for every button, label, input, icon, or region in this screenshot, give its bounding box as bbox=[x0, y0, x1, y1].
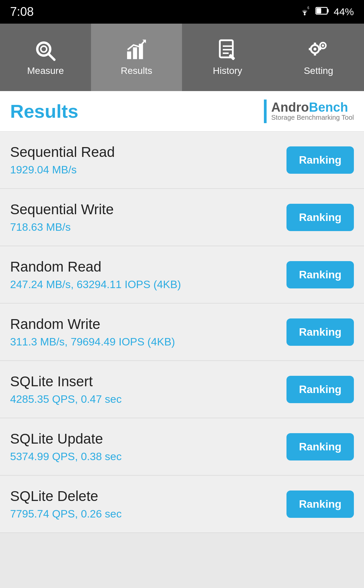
status-bar: 7:08 6 44% bbox=[0, 0, 364, 24]
svg-point-18 bbox=[313, 48, 316, 51]
result-value: 7795.74 QPS, 0.26 sec bbox=[10, 508, 122, 520]
measure-icon bbox=[34, 38, 57, 62]
result-value: 4285.35 QPS, 0.47 sec bbox=[10, 393, 122, 405]
battery-percentage: 44% bbox=[334, 6, 354, 18]
svg-rect-3 bbox=[327, 9, 329, 12]
setting-icon bbox=[307, 38, 330, 62]
result-item: Sequential Write 718.63 MB/s Ranking bbox=[0, 189, 364, 246]
tab-measure[interactable]: Measure bbox=[0, 24, 91, 91]
brand-sub: Storage Benchmarking Tool bbox=[271, 114, 354, 121]
tab-history[interactable]: History bbox=[182, 24, 273, 91]
result-info: SQLite Update 5374.99 QPS, 0.38 sec bbox=[10, 431, 122, 463]
ranking-button[interactable]: Ranking bbox=[286, 318, 354, 346]
result-item: SQLite Update 5374.99 QPS, 0.38 sec Rank… bbox=[0, 418, 364, 476]
brand-andro: Andro bbox=[271, 100, 309, 114]
result-name: Sequential Read bbox=[10, 144, 115, 160]
svg-rect-21 bbox=[314, 43, 316, 44]
tab-results[interactable]: Results bbox=[91, 24, 182, 91]
result-info: Random Write 311.3 MB/s, 79694.49 IOPS (… bbox=[10, 316, 175, 348]
result-name: Random Read bbox=[10, 259, 181, 275]
result-value: 5374.99 QPS, 0.38 sec bbox=[10, 450, 122, 463]
svg-rect-9 bbox=[133, 47, 137, 59]
result-value: 311.3 MB/s, 79694.49 IOPS (4KB) bbox=[10, 336, 175, 348]
svg-rect-24 bbox=[320, 48, 321, 50]
wifi-icon: 6 bbox=[299, 6, 311, 18]
results-icon bbox=[125, 38, 148, 62]
tab-setting-label: Setting bbox=[304, 65, 333, 76]
result-name: SQLite Delete bbox=[10, 488, 122, 504]
ranking-button[interactable]: Ranking bbox=[286, 491, 354, 518]
result-item: SQLite Insert 4285.35 QPS, 0.47 sec Rank… bbox=[0, 361, 364, 418]
ranking-button[interactable]: Ranking bbox=[286, 376, 354, 403]
svg-rect-22 bbox=[314, 54, 316, 56]
status-time: 7:08 bbox=[10, 5, 34, 19]
svg-rect-8 bbox=[127, 52, 131, 59]
battery-icon bbox=[315, 6, 329, 18]
tab-history-label: History bbox=[213, 65, 242, 76]
svg-point-20 bbox=[322, 45, 324, 47]
result-value: 718.63 MB/s bbox=[10, 221, 114, 233]
result-info: SQLite Insert 4285.35 QPS, 0.47 sec bbox=[10, 373, 122, 405]
brand-logo: AndroBench Storage Benchmarking Tool bbox=[264, 100, 354, 123]
brand-bench: Bench bbox=[309, 100, 348, 114]
result-info: Sequential Write 718.63 MB/s bbox=[10, 201, 114, 233]
result-name: SQLite Insert bbox=[10, 373, 122, 390]
svg-line-7 bbox=[49, 54, 55, 60]
result-value: 247.24 MB/s, 63294.11 IOPS (4KB) bbox=[10, 278, 181, 291]
results-list: Sequential Read 1929.04 MB/s Ranking Seq… bbox=[0, 132, 364, 533]
result-item: SQLite Delete 7795.74 QPS, 0.26 sec Rank… bbox=[0, 476, 364, 533]
tab-results-label: Results bbox=[121, 65, 152, 76]
ranking-button[interactable]: Ranking bbox=[286, 204, 354, 231]
result-item: Sequential Read 1929.04 MB/s Ranking bbox=[0, 132, 364, 189]
brand-name: AndroBench bbox=[271, 101, 354, 114]
svg-point-0 bbox=[304, 13, 305, 15]
result-item: Random Read 247.24 MB/s, 63294.11 IOPS (… bbox=[0, 246, 364, 304]
ranking-button[interactable]: Ranking bbox=[286, 146, 354, 174]
result-name: Sequential Write bbox=[10, 201, 114, 218]
result-name: Random Write bbox=[10, 316, 175, 332]
svg-rect-23 bbox=[309, 48, 310, 50]
history-icon bbox=[216, 38, 239, 62]
svg-point-6 bbox=[41, 46, 47, 52]
tab-setting[interactable]: Setting bbox=[273, 24, 364, 91]
page-title: Results bbox=[10, 100, 78, 122]
page-header: Results AndroBench Storage Benchmarking … bbox=[0, 91, 364, 132]
ranking-button[interactable]: Ranking bbox=[286, 433, 354, 460]
tab-measure-label: Measure bbox=[27, 65, 64, 76]
brand-bar bbox=[264, 100, 267, 123]
result-item: Random Write 311.3 MB/s, 79694.49 IOPS (… bbox=[0, 304, 364, 361]
result-name: SQLite Update bbox=[10, 431, 122, 447]
result-info: Sequential Read 1929.04 MB/s bbox=[10, 144, 115, 176]
result-value: 1929.04 MB/s bbox=[10, 164, 115, 176]
result-info: SQLite Delete 7795.74 QPS, 0.26 sec bbox=[10, 488, 122, 520]
status-icons: 6 44% bbox=[299, 6, 354, 18]
ranking-button[interactable]: Ranking bbox=[286, 261, 354, 288]
nav-tabs: Measure Results History bbox=[0, 24, 364, 91]
svg-rect-4 bbox=[316, 8, 321, 13]
brand-text: AndroBench Storage Benchmarking Tool bbox=[271, 101, 354, 121]
svg-text:6: 6 bbox=[307, 6, 309, 10]
result-info: Random Read 247.24 MB/s, 63294.11 IOPS (… bbox=[10, 259, 181, 291]
